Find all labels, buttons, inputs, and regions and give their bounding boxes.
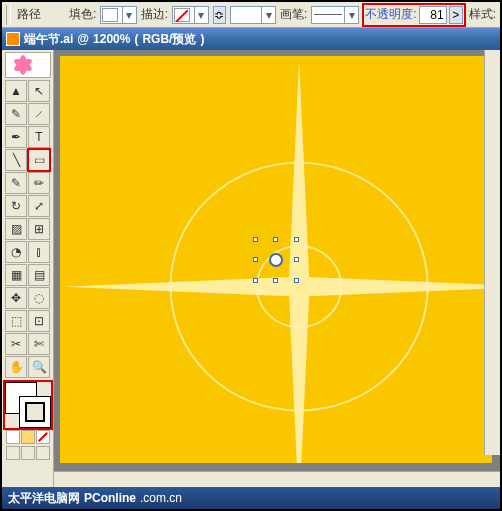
color-mode-gradient[interactable]	[21, 430, 35, 444]
fill-stroke-swatch[interactable]	[5, 382, 51, 428]
tool-lasso[interactable]: ⟋	[28, 103, 50, 125]
color-mode-color[interactable]	[6, 430, 20, 444]
tool-type[interactable]: T	[28, 126, 50, 148]
app-shell: 路径 填色: ▾ 描边: ▾ ≎ ▾ 画笔: ▾ 不透明度: > 样式: 端午节…	[0, 0, 502, 511]
tool-paintbrush[interactable]: ✎	[5, 172, 27, 194]
doc-zoom: 1200%	[93, 32, 130, 46]
tool-grid: ▲↖✎⟋✒T╲▭✎✏↻⤢▨⊞◔⫿▦▤✥◌⬚⊡✂✄✋🔍	[5, 80, 50, 378]
toolbox: ▲↖✎⟋✒T╲▭✎✏↻⤢▨⊞◔⫿▦▤✥◌⬚⊡✂✄✋🔍	[2, 50, 54, 487]
tool-magic-wand[interactable]: ✎	[5, 103, 27, 125]
svg-marker-6	[289, 287, 309, 463]
stroke-label: 描边:	[141, 6, 168, 23]
svg-marker-7	[64, 277, 299, 296]
tool-live-paint[interactable]: ⬚	[5, 310, 27, 332]
workspace: ▲↖✎⟋✒T╲▭✎✏↻⤢▨⊞◔⫿▦▤✥◌⬚⊡✂✄✋🔍	[2, 50, 500, 487]
tool-pencil[interactable]: ✏	[28, 172, 50, 194]
scrollbar-vertical[interactable]	[484, 50, 500, 455]
tool-pen[interactable]: ✒	[5, 126, 27, 148]
doc-filename: 端午节.ai	[24, 31, 73, 48]
screen-mode-normal[interactable]	[6, 446, 20, 460]
tool-line[interactable]: ╲	[5, 149, 27, 171]
options-bar: 路径 填色: ▾ 描边: ▾ ≎ ▾ 画笔: ▾ 不透明度: > 样式:	[2, 2, 500, 28]
tool-slice[interactable]: ✂	[5, 333, 27, 355]
tool-warp[interactable]: ▨	[5, 218, 27, 240]
chevron-down-icon: ▾	[122, 7, 136, 23]
tool-selection[interactable]: ▲	[5, 80, 27, 102]
svg-marker-8	[299, 277, 492, 296]
brand-en: PConline	[84, 491, 136, 505]
tool-free-transform[interactable]: ⊞	[28, 218, 50, 240]
artboard	[60, 56, 492, 463]
fill-swatch[interactable]: ▾	[100, 6, 136, 24]
tool-scale[interactable]: ⤢	[28, 195, 50, 217]
stroke-weight-select[interactable]: ▾	[230, 6, 276, 24]
ai-file-icon	[6, 32, 20, 46]
tool-blend[interactable]: ◌	[28, 287, 50, 309]
selection-handles[interactable]	[256, 240, 296, 280]
canvas-area	[54, 50, 500, 487]
svg-point-2	[19, 55, 27, 75]
chevron-down-icon: ▾	[261, 7, 275, 23]
brand-suffix: .com.cn	[140, 491, 182, 505]
scrollbar-horizontal[interactable]	[54, 471, 500, 487]
color-mode-row	[6, 430, 50, 444]
brush-label: 画笔:	[280, 6, 307, 23]
canvas[interactable]	[54, 50, 500, 471]
document-title-bar: 端午节.ai @ 1200% (RGB/预览)	[2, 28, 500, 50]
center-point-icon	[269, 253, 283, 267]
tool-symbol-sprayer[interactable]: ◔	[5, 241, 27, 263]
fill-label: 填色:	[69, 6, 96, 23]
tool-column-graph[interactable]: ⫿	[28, 241, 50, 263]
tool-scissors[interactable]: ✄	[28, 333, 50, 355]
opacity-label: 不透明度:	[365, 6, 416, 23]
tool-zoom[interactable]: 🔍	[28, 356, 50, 378]
divider	[6, 5, 11, 25]
brand-cn: 太平洋电脑网	[8, 490, 80, 507]
screen-mode-row	[6, 446, 50, 460]
screen-mode-full-menu[interactable]	[21, 446, 35, 460]
tool-mesh[interactable]: ▦	[5, 264, 27, 286]
stroke-color-icon	[19, 396, 51, 428]
doc-colormode: RGB/预览	[142, 31, 196, 48]
stroke-weight-stepper[interactable]: ≎	[213, 6, 226, 24]
tool-live-paint-select[interactable]: ⊡	[28, 310, 50, 332]
opacity-stepper[interactable]: >	[449, 6, 463, 24]
watermark: 太平洋电脑网 PConline.com.cn	[2, 487, 500, 509]
stroke-swatch[interactable]: ▾	[172, 6, 208, 24]
tool-hand[interactable]: ✋	[5, 356, 27, 378]
opacity-control-highlighted: 不透明度: >	[363, 4, 464, 26]
tool-eyedropper[interactable]: ✥	[5, 287, 27, 309]
color-mode-none[interactable]	[36, 430, 50, 444]
tool-rectangle[interactable]: ▭	[28, 149, 50, 171]
tool-gradient[interactable]: ▤	[28, 264, 50, 286]
path-label: 路径	[17, 6, 41, 23]
opacity-input[interactable]	[419, 6, 447, 24]
brush-select[interactable]: ▾	[311, 6, 359, 24]
app-logo	[5, 52, 51, 78]
chevron-down-icon: ▾	[344, 7, 358, 23]
style-label: 样式:	[469, 6, 496, 23]
tool-direct-select[interactable]: ↖	[28, 80, 50, 102]
chevron-down-icon: ▾	[194, 7, 208, 23]
tool-rotate[interactable]: ↻	[5, 195, 27, 217]
